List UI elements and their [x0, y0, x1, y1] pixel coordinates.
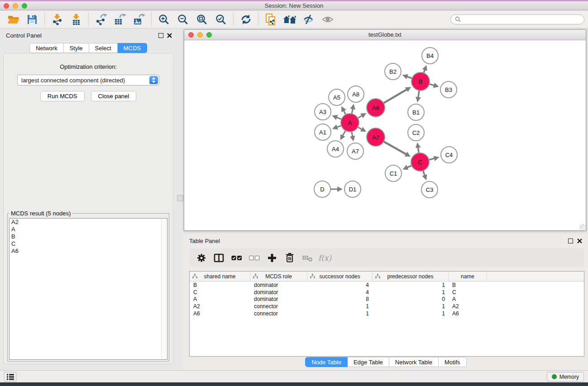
network-close-button[interactable]: [188, 32, 194, 38]
table-cell[interactable]: 1: [307, 310, 373, 317]
maximize-window-button[interactable]: [22, 3, 27, 9]
save-session-button[interactable]: [23, 12, 42, 27]
table-panel-close-button[interactable]: [577, 238, 583, 244]
table-cell[interactable]: A6: [190, 310, 250, 317]
network-graph[interactable]: AA1A2A3A4A5A6A7A8BB1B2B3B4CC1C2C3C4DD1: [184, 40, 586, 230]
graph-node-A1[interactable]: A1: [315, 124, 331, 140]
result-list-scrollbar[interactable]: [161, 219, 167, 359]
edge-A6-B[interactable]: [383, 89, 407, 103]
table-cell[interactable]: 0: [373, 296, 449, 302]
edge-B-B1[interactable]: [418, 91, 420, 99]
edge-C-C1[interactable]: [406, 166, 412, 168]
table-cell[interactable]: connector: [250, 310, 307, 317]
edge-A-A8[interactable]: [352, 108, 353, 114]
graph-node-A8[interactable]: A8: [348, 86, 364, 102]
table-tab-network-table[interactable]: Network Table: [389, 357, 439, 367]
edge-B-B4[interactable]: [424, 69, 425, 73]
table-cell[interactable]: A: [190, 296, 250, 302]
result-item[interactable]: A6: [10, 248, 167, 255]
function-builder-button[interactable]: f(x): [316, 250, 333, 266]
edge-C-C3[interactable]: [423, 171, 425, 176]
app-titlebar[interactable]: Session: New Session: [0, 1, 588, 10]
deselect-all-rows-button[interactable]: [246, 250, 263, 266]
table-cell[interactable]: dominator: [250, 282, 307, 288]
table-cell[interactable]: 4: [307, 289, 373, 295]
tab-select[interactable]: Select: [89, 43, 118, 53]
table-cell[interactable]: 1: [373, 303, 449, 310]
table-cell[interactable]: B: [190, 282, 250, 288]
graph-node-D[interactable]: D: [314, 181, 330, 197]
import-table-button[interactable]: [67, 12, 86, 27]
graph-node-A[interactable]: A: [341, 114, 359, 132]
memory-button[interactable]: Memory: [547, 372, 584, 381]
table-cell[interactable]: C: [190, 289, 250, 295]
table-row[interactable]: A6connector11A6: [190, 310, 584, 317]
column-header-shared-name[interactable]: shared name: [190, 272, 250, 281]
table-cell[interactable]: connector: [250, 303, 307, 310]
graph-node-D1[interactable]: D1: [344, 181, 361, 197]
table-tab-edge-table[interactable]: Edge Table: [348, 357, 389, 367]
minimize-window-button[interactable]: [13, 3, 18, 9]
delete-column-button[interactable]: [281, 250, 298, 266]
edge-A2-C[interactable]: [383, 142, 407, 155]
resize-grip[interactable]: [579, 224, 585, 230]
edge-A-A2[interactable]: [358, 127, 363, 130]
network-window-titlebar[interactable]: testGlobe.txt: [184, 30, 586, 40]
edge-A-A3[interactable]: [336, 117, 342, 119]
edge-C-C2[interactable]: [418, 147, 419, 153]
edge-C-C4[interactable]: [429, 158, 435, 160]
table-row[interactable]: Bdominator41B: [190, 281, 584, 289]
graph-node-A4[interactable]: A4: [327, 141, 344, 157]
column-header-mcds-role[interactable]: MCDS role: [250, 272, 307, 281]
apply-layout-button[interactable]: [236, 12, 255, 27]
graph-node-C[interactable]: C: [411, 153, 429, 171]
close-window-button[interactable]: [4, 3, 9, 9]
export-network-button[interactable]: [91, 12, 110, 27]
table-cell[interactable]: 1: [373, 310, 449, 317]
graphics-details-button[interactable]: [299, 12, 318, 27]
graph-node-C1[interactable]: C1: [385, 165, 402, 181]
edge-B-B3[interactable]: [429, 84, 435, 86]
graph-node-A3[interactable]: A3: [315, 104, 331, 120]
search-input[interactable]: [463, 16, 580, 23]
result-item[interactable]: B: [10, 233, 167, 240]
zoom-fit-button[interactable]: [192, 12, 211, 27]
table-cell[interactable]: dominator: [250, 289, 307, 295]
table-tab-node-table[interactable]: Node Table: [305, 357, 348, 367]
show-columns-button[interactable]: [210, 250, 227, 266]
network-maximize-button[interactable]: [206, 32, 212, 38]
add-column-button[interactable]: [263, 250, 280, 266]
select-all-rows-button[interactable]: [228, 250, 245, 266]
table-cell[interactable]: A: [449, 296, 487, 302]
tab-style[interactable]: Style: [64, 43, 89, 53]
graph-node-B3[interactable]: B3: [440, 81, 457, 98]
result-item[interactable]: A2: [10, 219, 167, 226]
table-cell[interactable]: 1: [373, 282, 449, 288]
tab-network[interactable]: Network: [29, 43, 64, 53]
clone-network-button[interactable]: [261, 12, 280, 27]
table-row[interactable]: Cdominator41C: [190, 289, 584, 296]
table-cell[interactable]: 1: [373, 289, 449, 295]
table-cell[interactable]: 1: [307, 303, 373, 310]
open-file-button[interactable]: [4, 12, 23, 27]
zoom-selected-button[interactable]: [211, 12, 230, 27]
graph-node-A2[interactable]: A2: [367, 128, 385, 146]
tab-mcds[interactable]: MCDS: [118, 43, 147, 53]
panel-split-divider[interactable]: [177, 29, 184, 370]
show-view-button[interactable]: [318, 12, 337, 27]
graph-node-B[interactable]: B: [411, 72, 430, 91]
column-header-predecessor-nodes[interactable]: predecessor nodes: [373, 272, 449, 281]
run-mcds-button[interactable]: Run MCDS: [40, 91, 85, 101]
graph-node-B2[interactable]: B2: [385, 63, 401, 80]
table-cell[interactable]: dominator: [250, 296, 307, 302]
mcds-result-list[interactable]: A2ABCA6: [9, 218, 167, 360]
graph-node-C4[interactable]: C4: [441, 147, 457, 163]
table-row[interactable]: Adominator80A: [190, 295, 584, 303]
control-panel-float-button[interactable]: [158, 33, 163, 38]
result-item[interactable]: A: [10, 226, 167, 233]
table-cell[interactable]: 8: [307, 296, 373, 302]
zoom-out-button[interactable]: [173, 12, 192, 27]
table-cell[interactable]: A6: [449, 310, 487, 317]
table-row[interactable]: A2connector11A2: [190, 303, 584, 310]
graph-node-B1[interactable]: B1: [408, 104, 424, 120]
